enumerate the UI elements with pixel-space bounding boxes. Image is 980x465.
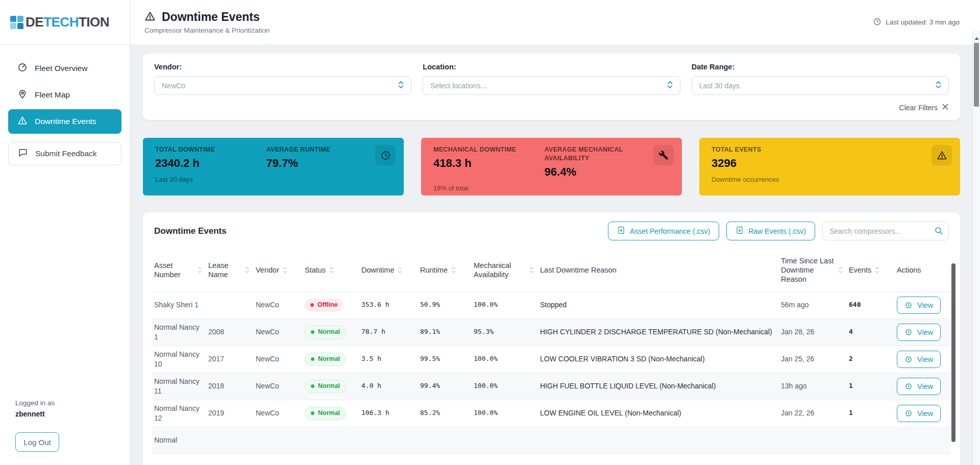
table-row: Normal Nancy 1 2008 NewCo Normal 78.7 h … — [152, 319, 951, 346]
chat-icon — [18, 148, 28, 160]
column-header-lease-name[interactable]: Lease Name — [206, 249, 254, 291]
column-header-downtime[interactable]: Downtime — [359, 249, 418, 291]
clear-filters-button[interactable]: Clear Filters — [154, 103, 949, 112]
table-row: Normal Nancy 12 2019 NewCo Normal 106.3 … — [152, 400, 951, 427]
stat-footnote: 18% of total — [433, 184, 670, 192]
last-updated-text: Last updated: 3 min ago — [886, 18, 960, 26]
warning-icon — [932, 145, 952, 165]
sidebar-item-downtime-events[interactable]: Downtime Events — [8, 109, 121, 134]
asset-number-cell: Normal Nancy 12 — [152, 400, 206, 427]
sort-icon — [838, 266, 843, 274]
status-dot — [311, 384, 314, 388]
column-header-events[interactable]: Events — [847, 249, 895, 291]
page-scrollbar-thumb[interactable] — [974, 43, 979, 107]
actions-cell: View — [895, 291, 951, 319]
brand-logo: DETECHTION — [0, 0, 130, 45]
sort-icon — [329, 266, 334, 274]
stat-footnote: Downtime occurrences — [712, 176, 948, 183]
file-download-icon — [736, 226, 744, 236]
search-input[interactable] — [822, 222, 949, 240]
location-label: Location: — [423, 63, 680, 71]
asset-number-cell: Normal Nancy 11 — [152, 373, 206, 400]
runtime-cell: 85.2% — [418, 400, 472, 427]
time-since-cell: Jan 25, 26 — [779, 346, 847, 373]
status-dot — [310, 303, 314, 307]
table-scrollbar[interactable] — [951, 263, 955, 465]
vendor-cell: NewCo — [254, 291, 303, 319]
last-downtime-reason-cell: LOW COOLER VIBRATION 3 SD (Non-Mechanica… — [538, 346, 779, 373]
status-dot — [311, 357, 314, 361]
asset-performance-csv-button[interactable]: Asset Performance (.csv) — [608, 222, 719, 240]
last-downtime-reason-cell: Stopped — [538, 291, 779, 319]
clock-icon — [375, 145, 396, 165]
status-badge: Normal — [305, 380, 346, 393]
asset-number-cell: Shaky Sheri 1 — [152, 291, 206, 319]
brand-name: DETECHTION — [26, 14, 109, 30]
runtime-cell: 99.4% — [418, 373, 472, 400]
status-badge: Offline — [305, 299, 344, 312]
stat-label: AVERAGE RUNTIME — [266, 145, 331, 154]
actions-cell: View — [895, 400, 951, 427]
date-range-label: Date Range: — [692, 63, 949, 71]
date-range-select[interactable]: Last 30 days — [692, 76, 949, 95]
lease-name-cell: 2017 — [206, 346, 254, 373]
logout-button[interactable]: Log Out — [15, 432, 59, 452]
table-scrollbar-thumb[interactable] — [951, 263, 955, 442]
sidebar-item-fleet-overview[interactable]: Fleet Overview — [8, 56, 121, 81]
column-header-status[interactable]: Status — [303, 249, 359, 291]
mechanical-availability-cell: 100.0% — [472, 400, 538, 427]
sidebar-item-submit-feedback[interactable]: Submit Feedback — [8, 142, 121, 165]
vendor-select[interactable]: NewCo — [154, 76, 411, 95]
downtime-cell: 353.6 h — [359, 291, 418, 319]
wrench-icon — [653, 145, 674, 165]
column-header-asset-number[interactable]: Asset Number — [152, 249, 206, 291]
column-header-mechanical-availability[interactable]: Mechanical Availability — [472, 249, 538, 291]
scroll-up-arrow-icon[interactable] — [974, 33, 979, 42]
page-scrollbar[interactable] — [972, 31, 980, 465]
runtime-cell: 89.1% — [418, 319, 472, 346]
raw-events-csv-button[interactable]: Raw Events (.csv) — [726, 222, 815, 240]
sidebar-item-label: Downtime Events — [35, 117, 96, 126]
view-button[interactable]: View — [897, 297, 941, 314]
stat-label: AVERAGE MECHANICAL AVAILABILITY — [545, 145, 662, 163]
downtime-cell: 106.3 h — [359, 400, 418, 427]
events-cell: 1 — [847, 373, 895, 400]
asset-number-cell: Normal — [152, 427, 206, 454]
stat-cards: TOTAL DOWNTIME 2340.2 h AVERAGE RUNTIME … — [143, 138, 960, 195]
column-header-runtime[interactable]: Runtime — [418, 249, 472, 291]
lease-name-cell: 2019 — [206, 400, 254, 427]
sidebar: DETECHTION Fleet Overview Fleet M — [0, 0, 130, 465]
sort-icon — [398, 266, 402, 274]
view-button[interactable]: View — [897, 378, 941, 395]
vendor-cell: NewCo — [254, 400, 303, 427]
column-header-last-downtime-reason[interactable]: Last Downtime Reason — [538, 249, 779, 291]
stat-value: 2340.2 h — [155, 157, 266, 170]
table-row: Shaky Sheri 1 NewCo Offline 353.6 h 50.9… — [152, 291, 951, 319]
clear-filters-label: Clear Filters — [899, 104, 938, 112]
warning-icon — [17, 115, 28, 128]
view-button[interactable]: View — [897, 351, 941, 368]
location-select[interactable]: Select locations... — [423, 76, 680, 95]
downtime-cell: 3.5 h — [359, 346, 418, 373]
map-pin-icon — [17, 89, 28, 101]
status-badge: Normal — [305, 407, 346, 420]
status-cell: Normal — [303, 373, 359, 400]
vendor-label: Vendor: — [154, 63, 411, 71]
eye-icon — [904, 355, 913, 363]
column-header-vendor[interactable]: Vendor — [254, 249, 303, 291]
vendor-select-value: NewCo — [162, 82, 185, 90]
content-area: Vendor: NewCo Location: — [130, 45, 980, 465]
events-cell: 640 — [847, 291, 895, 319]
stat-card-total-downtime: TOTAL DOWNTIME 2340.2 h AVERAGE RUNTIME … — [143, 138, 404, 195]
column-header-actions: Actions — [895, 249, 951, 291]
sidebar-item-fleet-map[interactable]: Fleet Map — [8, 83, 121, 107]
view-button[interactable]: View — [897, 324, 941, 341]
eye-icon — [904, 409, 913, 418]
view-button[interactable]: View — [897, 405, 941, 422]
events-cell: 1 — [847, 400, 895, 427]
brand-part-tion: TION — [79, 14, 109, 30]
status-cell: Offline — [303, 291, 359, 319]
last-downtime-reason-cell: HIGH CYLINDER 2 DISCHARGE TEMPERATURE SD… — [538, 319, 779, 346]
stat-footnote: Last 30 days — [155, 176, 391, 183]
column-header-time-since-last-downtime-reason[interactable]: Time Since Last Downtime Reason — [779, 249, 847, 291]
